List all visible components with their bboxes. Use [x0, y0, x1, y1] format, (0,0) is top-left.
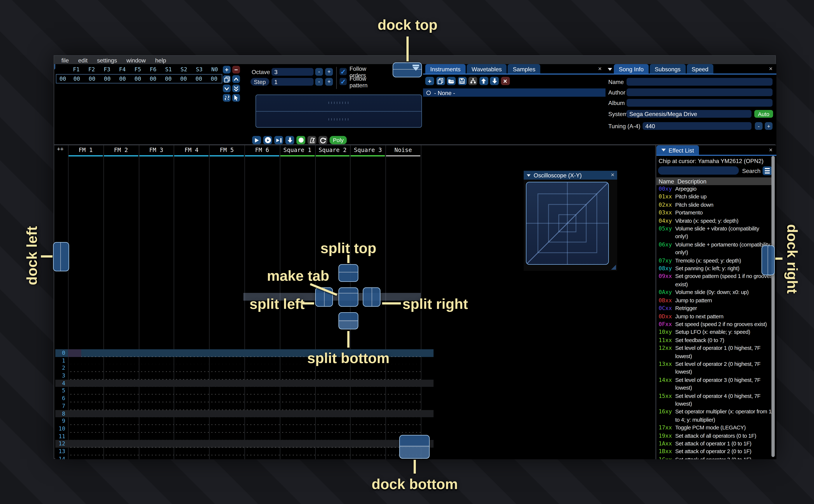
pattern-cell[interactable] — [174, 448, 209, 455]
orders-column-F1[interactable]: F1 — [69, 66, 84, 73]
effect-row-12xx[interactable]: 12xxSet level of operator 1 (0 highest, … — [656, 344, 773, 360]
pattern-cell[interactable] — [174, 364, 209, 372]
channel-header-fm-5[interactable]: FM 5 — [209, 146, 244, 156]
scrollbar-thumb[interactable] — [771, 156, 775, 457]
orders-column-F3[interactable]: F3 — [99, 66, 115, 73]
split-target-bottom[interactable] — [338, 312, 358, 329]
effect-row-07xy[interactable]: 07xyTremolo (x: speed; y: depth) — [656, 257, 773, 265]
pattern-cell[interactable] — [139, 425, 174, 433]
channel-header-square-1[interactable]: Square 1 — [280, 146, 315, 156]
octave-minus-button[interactable]: - — [315, 68, 323, 76]
orders-column-S2[interactable]: S2 — [176, 66, 191, 73]
effect-row-0Dxx[interactable]: 0DxxJump to next pattern — [656, 313, 773, 321]
pattern-cell[interactable] — [244, 410, 280, 417]
order-duplicate-end-button[interactable] — [232, 85, 240, 92]
pattern-expand-button[interactable]: ++ — [57, 146, 64, 152]
effect-row-03xx[interactable]: 03xxPortamento — [656, 209, 773, 217]
pattern-cell[interactable] — [174, 372, 209, 379]
pattern-cell[interactable] — [280, 372, 315, 379]
pattern-cell[interactable] — [174, 379, 209, 387]
effect-row-00xy[interactable]: 00xyArpeggio — [656, 185, 773, 193]
pattern-cell[interactable] — [209, 440, 244, 448]
metronome-button[interactable] — [307, 136, 316, 144]
pattern-cell[interactable] — [68, 395, 103, 402]
instrument-add-button[interactable]: + — [425, 77, 434, 85]
pattern-cell[interactable] — [103, 395, 138, 402]
pattern-cell[interactable] — [350, 410, 385, 417]
pattern-cell[interactable] — [385, 402, 421, 410]
pattern-cell[interactable] — [350, 395, 385, 402]
pattern-cell[interactable] — [280, 425, 315, 433]
tuning-plus-button[interactable]: + — [765, 122, 773, 130]
pattern-cell[interactable] — [315, 410, 350, 417]
pattern-cell[interactable] — [209, 387, 244, 395]
pattern-cell[interactable] — [209, 364, 244, 372]
step-plus-button[interactable]: + — [325, 78, 333, 85]
close-icon[interactable]: × — [769, 146, 773, 153]
pattern-cell[interactable] — [139, 349, 174, 357]
orders-column-F5[interactable]: F5 — [130, 66, 145, 73]
collapse-triangle-icon[interactable] — [527, 174, 531, 176]
octave-plus-button[interactable]: + — [325, 68, 333, 76]
order-edit-mode-button[interactable] — [232, 94, 240, 102]
pattern-cell[interactable] — [315, 395, 350, 402]
pattern-cell[interactable] — [280, 410, 315, 417]
system-input[interactable]: Sega Genesis/Mega Drive — [627, 110, 752, 118]
pattern-cell[interactable] — [174, 349, 209, 357]
menu-item-settings[interactable]: settings — [97, 57, 117, 63]
pattern-cell[interactable] — [280, 379, 315, 387]
pattern-cell[interactable] — [244, 425, 280, 433]
pattern-cell[interactable] — [103, 387, 138, 395]
channel-header-fm-2[interactable]: FM 2 — [103, 146, 138, 156]
octave-input[interactable]: 3 — [271, 68, 313, 76]
pattern-cell[interactable] — [68, 433, 103, 440]
effect-row-19xx[interactable]: 19xxSet attack of all operators (0 to 1F… — [656, 432, 773, 440]
instrument-open-button[interactable] — [447, 77, 456, 85]
channel-header-fm-1[interactable]: FM 1 — [68, 146, 103, 156]
pattern-cell[interactable] — [244, 402, 280, 410]
album-input[interactable] — [627, 99, 773, 107]
tab-effect-list[interactable]: Effect List — [656, 145, 699, 155]
pattern-cell[interactable] — [315, 379, 350, 387]
pattern-cell[interactable] — [103, 448, 138, 455]
order-value-S3[interactable]: 00 — [191, 76, 206, 82]
pattern-cell[interactable] — [280, 440, 315, 448]
pattern-cell[interactable] — [350, 433, 385, 440]
pattern-cell[interactable] — [139, 433, 174, 440]
order-remove-button[interactable]: − — [232, 66, 240, 74]
pattern-cell[interactable] — [103, 372, 138, 379]
orders-column-F4[interactable]: F4 — [115, 66, 130, 73]
pattern-cell[interactable] — [68, 440, 103, 448]
tab-song-info[interactable]: Song Info — [614, 64, 649, 74]
pattern-cell[interactable] — [350, 448, 385, 455]
pattern-cell[interactable] — [139, 448, 174, 455]
pattern-cell[interactable] — [103, 349, 138, 357]
song-comments-box[interactable] — [255, 95, 422, 128]
pattern-cell[interactable] — [174, 433, 209, 440]
pattern-cell[interactable] — [350, 417, 385, 425]
effect-row-0Fxx[interactable]: 0FxxSet speed (speed 2 if no grooves exi… — [656, 321, 773, 328]
step-minus-button[interactable]: - — [315, 78, 323, 85]
pattern-cell[interactable] — [139, 395, 174, 402]
pattern-cell[interactable] — [280, 455, 315, 459]
effect-row-08xy[interactable]: 08xySet panning (x: left; y: right) — [656, 265, 773, 273]
effect-row-06xy[interactable]: 06xyVolume slide + portamento (compatibi… — [656, 241, 773, 257]
pattern-cell[interactable] — [139, 364, 174, 372]
effect-row-1Bxx[interactable]: 1BxxSet attack of operator 2 (0 to 1F) — [656, 448, 773, 456]
tab-instruments[interactable]: Instruments — [425, 64, 466, 74]
pattern-cell[interactable] — [139, 357, 174, 364]
pattern-cell[interactable] — [315, 372, 350, 379]
pattern-cell[interactable] — [68, 448, 103, 455]
dock-target-left[interactable] — [53, 242, 69, 271]
pattern-cell[interactable] — [244, 417, 280, 425]
pattern-cell[interactable] — [139, 410, 174, 417]
order-value-F4[interactable]: 00 — [115, 76, 130, 82]
pattern-cell[interactable] — [244, 387, 280, 395]
order-value-F3[interactable]: 00 — [100, 76, 115, 82]
pattern-cell[interactable] — [174, 425, 209, 433]
order-value-S2[interactable]: 00 — [176, 76, 191, 82]
menu-item-help[interactable]: help — [155, 57, 166, 63]
pattern-cell[interactable] — [174, 357, 209, 364]
collapse-triangle-icon[interactable] — [661, 149, 666, 151]
pattern-cell[interactable] — [385, 387, 421, 395]
